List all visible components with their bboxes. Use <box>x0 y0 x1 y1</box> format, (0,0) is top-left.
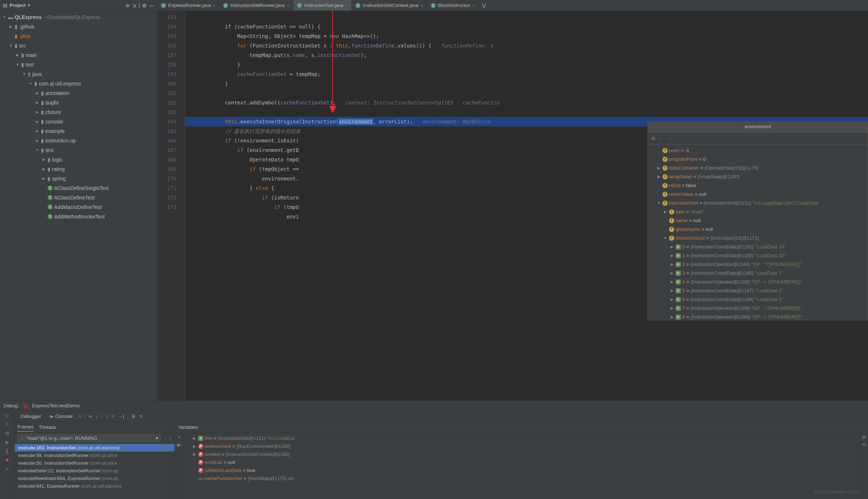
hide-icon[interactable]: — <box>149 3 154 8</box>
tab-debugger[interactable]: Debugger <box>18 412 44 420</box>
frame-row[interactable]: execute:641, ExpressRunner (com.ql.util.… <box>15 482 174 490</box>
tree-item[interactable]: CAClassDefineSingleTest <box>0 183 157 193</box>
frame-row[interactable]: executeOuter:22, InstructionSetRunner (c… <box>15 467 174 475</box>
force-step-into-icon[interactable]: ↓ <box>101 414 103 419</box>
var-row[interactable]: fisExit = false <box>650 181 865 190</box>
var-row[interactable]: freturnValue = null <box>650 190 865 199</box>
editor-tab[interactable]: CInstructionSetRunner.java× <box>219 0 293 11</box>
var-row[interactable]: ▶≡this = {InstructionSet@1131} "\n1:Load… <box>186 434 857 442</box>
var-row[interactable]: PisReturnLastData = true <box>186 466 857 475</box>
step-over-icon[interactable]: ⤼ <box>88 414 92 419</box>
var-row[interactable]: ▶≡2 = {InstructionOperator@1184} "OP : *… <box>650 260 865 269</box>
var-row[interactable]: ▶≡7 = {InstructionOperator@1189} "OP : *… <box>650 304 865 313</box>
close-icon[interactable]: × <box>213 3 215 8</box>
gear-icon[interactable]: ✿ <box>142 3 147 8</box>
tree-item[interactable]: ▶▮main <box>0 50 157 60</box>
var-row[interactable]: ▶ftype = "main" <box>650 207 865 216</box>
evaluate-icon[interactable]: 🖩 <box>131 414 136 419</box>
tree-item[interactable]: ▮.idea <box>0 31 157 41</box>
forward-icon[interactable]: → <box>667 134 672 143</box>
tree-item[interactable]: CAClassDefineTest <box>0 193 157 202</box>
var-row[interactable]: ▶≡6 = {InstructionConstData@1188} "LoadD… <box>650 295 865 304</box>
var-row[interactable]: PerrorList = null <box>186 458 857 466</box>
frame-row[interactable]: execute:163, InstructionSet (com.ql.util… <box>15 444 174 452</box>
stop-icon[interactable]: ■ <box>4 456 11 463</box>
var-row[interactable]: ▶≡4 = {InstructionOperator@1186} "OP : +… <box>650 278 865 286</box>
tabs-more[interactable]: ⋁ <box>479 0 489 11</box>
thread-select[interactable]: ✓ "main"@1 in g...main": RUNNING ▾ <box>18 434 161 442</box>
restore-icon[interactable]: ⟲ <box>862 442 866 447</box>
step-out-icon[interactable]: ↑ <box>106 414 108 419</box>
editor-tab[interactable]: CExpressRunner.java× <box>157 0 219 11</box>
editor-tab[interactable]: CInstructionSet.java× <box>293 0 352 11</box>
back-icon[interactable]: ← <box>658 134 663 143</box>
var-row[interactable]: ▶farraySwap = {ArraySwap@1180} <box>650 172 865 181</box>
step-into-icon[interactable]: ↓ <box>95 414 98 419</box>
var-row[interactable]: ▶≡3 = {InstructionConstData@1185} "LoadD… <box>650 269 865 278</box>
add-watch-icon[interactable]: + <box>178 434 181 440</box>
expand-icon[interactable]: ⇲ <box>132 3 136 8</box>
var-row[interactable]: ▶fdataContainer = {OperateData[15]@1178} <box>650 164 865 172</box>
close-icon[interactable]: × <box>287 3 289 8</box>
layout-icon[interactable]: ⊞ <box>862 434 866 440</box>
var-row[interactable]: ▶≡8 = {InstructionOperator@1190} "OP : +… <box>650 313 865 320</box>
show-icon[interactable]: ▶ <box>177 442 181 447</box>
tree-item[interactable]: ▶▮spring <box>0 174 157 183</box>
chevron-down-icon[interactable]: ▾ <box>28 3 30 8</box>
tab-console[interactable]: ▶ Console <box>47 412 75 420</box>
var-row[interactable]: ▶≡5 = {InstructionConstData@1187} "LoadD… <box>650 286 865 295</box>
close-icon[interactable]: × <box>346 3 348 8</box>
debug-value-popup[interactable]: environment ⧉ ← → fpoint = -1fprogramPoi… <box>648 121 868 320</box>
next-frame-icon[interactable]: ↓ <box>169 435 172 441</box>
prev-frame-icon[interactable]: ↑ <box>164 435 166 441</box>
trace-icon[interactable]: ≋ <box>139 414 143 419</box>
var-row[interactable]: ▶Penvironment = {RunEnvironment@1168} <box>186 442 857 450</box>
var-row[interactable]: ▶≡0 = {InstructionConstData@1182} "LoadD… <box>650 243 865 251</box>
target-icon[interactable]: ⊕ <box>125 3 130 8</box>
pause-icon[interactable]: ‖ <box>4 447 11 454</box>
var-row[interactable]: fglobeName = null <box>650 225 865 234</box>
project-tree[interactable]: ▼▬ QLExpress ~/Downloads/QLExpress ▶▮.gi… <box>0 11 157 400</box>
tree-item[interactable]: ▼▮test <box>0 60 157 69</box>
tree-item[interactable]: ▶▮bugfix <box>0 98 157 107</box>
tree-item[interactable]: ▼▮src <box>0 41 157 50</box>
frame-row[interactable]: execute:50, InstructionSetRunner (com.ql… <box>15 459 174 467</box>
tab-threads[interactable]: Threads <box>39 423 56 431</box>
var-row[interactable]: ▶≡1 = {InstructionConstData@1183} "LoadD… <box>650 251 865 260</box>
tree-item[interactable]: ▼▮java <box>0 69 157 79</box>
tree-item[interactable]: ▶▮cfuture <box>0 107 157 117</box>
close-icon[interactable]: × <box>473 3 475 8</box>
tree-item[interactable]: ▶▮console <box>0 117 157 126</box>
frame-row[interactable]: executeReentrant:654, ExpressRunner (com… <box>15 475 174 482</box>
tree-item[interactable]: ▶▮rating <box>0 164 157 174</box>
copy-icon[interactable]: ⧉ <box>652 134 655 143</box>
editor-tab[interactable]: CInstructionSetContext.java× <box>352 0 427 11</box>
var-row[interactable]: ▶Pcontext = {InstructionSetContext@1165} <box>186 450 857 458</box>
tree-item[interactable]: ▼▮com.ql.util.express <box>0 79 157 88</box>
tree-item[interactable]: ▶▮instruction.op <box>0 136 157 145</box>
tree-item[interactable]: CAddMacroDefineTest <box>0 202 157 212</box>
tree-item[interactable]: ▶▮annotation <box>0 88 157 98</box>
resume-icon[interactable]: ▶ <box>4 439 11 445</box>
var-row[interactable]: fprogramPoint = 0 <box>650 155 865 164</box>
var-row[interactable]: fname = null <box>650 216 865 225</box>
run-to-cursor-icon[interactable]: →| <box>118 414 124 419</box>
tree-root[interactable]: ▼▬ QLExpress ~/Downloads/QLExpress <box>0 12 157 22</box>
editor-tab[interactable]: CBlockInstructior× <box>427 0 479 11</box>
var-row[interactable]: fpoint = -1 <box>650 146 865 155</box>
drop-frame-icon[interactable]: ✕ <box>111 414 115 419</box>
modify-icon[interactable]: ✎ <box>4 421 11 428</box>
settings-icon[interactable]: ⚙ <box>4 430 11 437</box>
close-icon[interactable]: × <box>420 3 423 8</box>
rerun-icon[interactable]: ↻ <box>4 412 11 419</box>
more-icon[interactable]: » <box>4 465 11 472</box>
tree-item[interactable]: ▶▮logic <box>0 155 157 164</box>
tree-item[interactable]: CAddMethodInvokeTest <box>0 212 157 221</box>
tree-item[interactable]: ▼▮test <box>0 145 157 155</box>
tree-item[interactable]: ▶▮.github <box>0 22 157 31</box>
var-row[interactable]: ▼finstructionSet = {InstructionSet@1131}… <box>650 199 865 207</box>
tree-item[interactable]: ▶▮example <box>0 126 157 136</box>
tab-frames[interactable]: Frames <box>18 423 34 432</box>
frame-row[interactable]: execute:59, InstructionSetRunner (com.ql… <box>15 452 174 459</box>
var-row[interactable]: oocacheFunctionSet = {HashMap@1175} siz <box>186 475 857 483</box>
